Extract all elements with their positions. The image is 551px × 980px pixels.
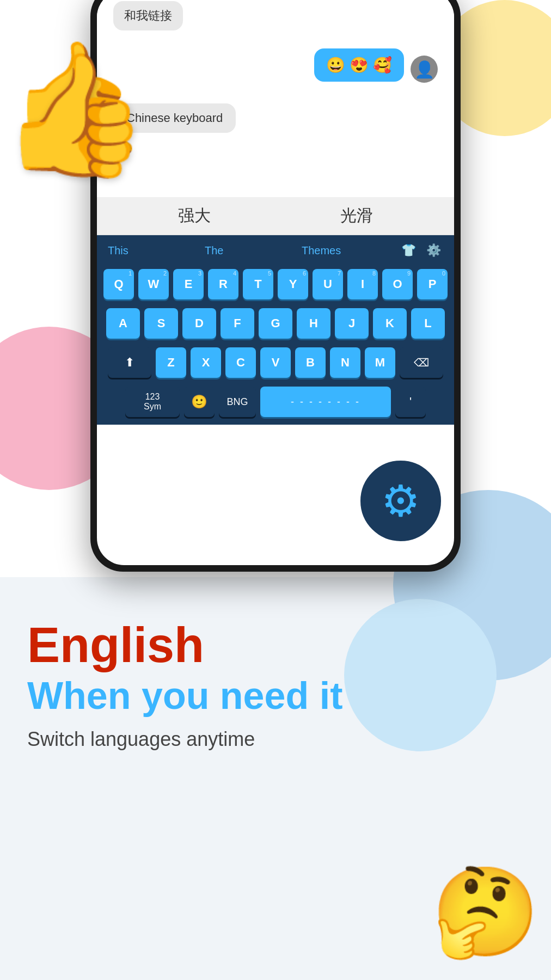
keyboard-area: This The Themes 👕 ⚙️ 1 Q 2 <box>97 235 454 425</box>
key-z[interactable]: Z <box>156 347 186 378</box>
chat-bubble-chinese-top: 和我链接 <box>113 1 183 30</box>
suggestion-1[interactable]: 强大 <box>178 205 211 227</box>
chat-top-row: 和我链接 <box>113 1 438 39</box>
topbar-word-2[interactable]: The <box>205 244 291 257</box>
thinking-emoji-sticker: 🤔 <box>431 861 540 964</box>
topbar-word-1[interactable]: This <box>108 244 194 257</box>
key-l[interactable]: L <box>411 308 445 339</box>
settings-icon-topbar[interactable]: ⚙️ <box>424 241 443 260</box>
switch-text: Switch languages anytime <box>27 728 524 751</box>
key-e[interactable]: 3 E <box>173 269 204 299</box>
emoji-bubble: 😀 😍 🥰 <box>314 48 404 82</box>
key-backspace[interactable]: ⌫ <box>400 347 443 378</box>
key-b[interactable]: B <box>295 347 326 378</box>
key-v[interactable]: V <box>260 347 291 378</box>
suggestions-bar[interactable]: 强大 光滑 <box>97 197 454 235</box>
key-j[interactable]: J <box>335 308 369 339</box>
chinese-keyboard-label: Chinese keyboard <box>113 103 236 133</box>
key-bng[interactable]: BNG <box>219 387 256 417</box>
suggestion-2[interactable]: 光滑 <box>340 205 373 227</box>
key-h[interactable]: H <box>297 308 330 339</box>
shirt-icon[interactable]: 👕 <box>399 241 418 260</box>
key-a[interactable]: A <box>106 308 140 339</box>
emoji-1: 😀 <box>326 56 345 74</box>
key-u[interactable]: 7 U <box>313 269 343 299</box>
user-avatar: 👤 <box>411 56 438 83</box>
key-y[interactable]: 6 Y <box>278 269 308 299</box>
key-f[interactable]: F <box>221 308 254 339</box>
key-r[interactable]: 4 R <box>208 269 238 299</box>
when-subtitle: When you need it <box>27 675 524 717</box>
key-space[interactable]: - - - - - - - - <box>260 387 391 417</box>
gear-floating-button[interactable]: ⚙ <box>357 457 444 544</box>
chat-emoji-row: 😀 😍 🥰 👤 <box>113 48 438 90</box>
key-o[interactable]: 9 O <box>382 269 413 299</box>
key-s[interactable]: S <box>144 308 178 339</box>
key-i[interactable]: 8 I <box>347 269 378 299</box>
key-row-1: 1 Q 2 W 3 E 4 R <box>97 266 454 304</box>
topbar-word-3[interactable]: Themes <box>302 244 388 257</box>
emoji-2: 😍 <box>350 56 369 74</box>
phone-mockup: 🤙 和我链接 😀 😍 🥰 👤 <box>90 0 461 572</box>
gear-icon-large: ⚙ <box>381 476 420 526</box>
key-m[interactable]: M <box>365 347 395 378</box>
key-d[interactable]: D <box>182 308 216 339</box>
topbar-icons: 👕 ⚙️ <box>399 241 443 260</box>
key-q[interactable]: 1 Q <box>103 269 134 299</box>
key-shift[interactable]: ⬆ <box>108 347 151 378</box>
key-n[interactable]: N <box>330 347 360 378</box>
key-c[interactable]: C <box>225 347 256 378</box>
key-w[interactable]: 2 W <box>138 269 169 299</box>
key-x[interactable]: X <box>191 347 221 378</box>
chat-area: 和我链接 😀 😍 🥰 👤 Chinese keyboard <box>97 0 454 197</box>
key-row-3: ⬆ Z X C V B <box>97 347 454 382</box>
key-p[interactable]: 0 P <box>417 269 448 299</box>
key-row-2: A S D F G H <box>97 308 454 343</box>
key-t[interactable]: 5 T <box>243 269 273 299</box>
key-apostrophe[interactable]: ' <box>395 387 426 417</box>
key-k[interactable]: K <box>373 308 407 339</box>
key-emoji[interactable]: 🙂 <box>184 387 215 417</box>
chinese-keyboard-row: Chinese keyboard <box>113 98 438 133</box>
emoji-3: 🥰 <box>373 56 392 74</box>
key-123sym[interactable]: 123 Sym <box>125 387 180 417</box>
key-g[interactable]: G <box>259 308 292 339</box>
keyboard-top-bar: This The Themes 👕 ⚙️ <box>97 235 454 266</box>
key-row-4: 123 Sym 🙂 BNG - - - - - - - - ' <box>97 387 454 425</box>
english-title: English <box>27 621 524 670</box>
